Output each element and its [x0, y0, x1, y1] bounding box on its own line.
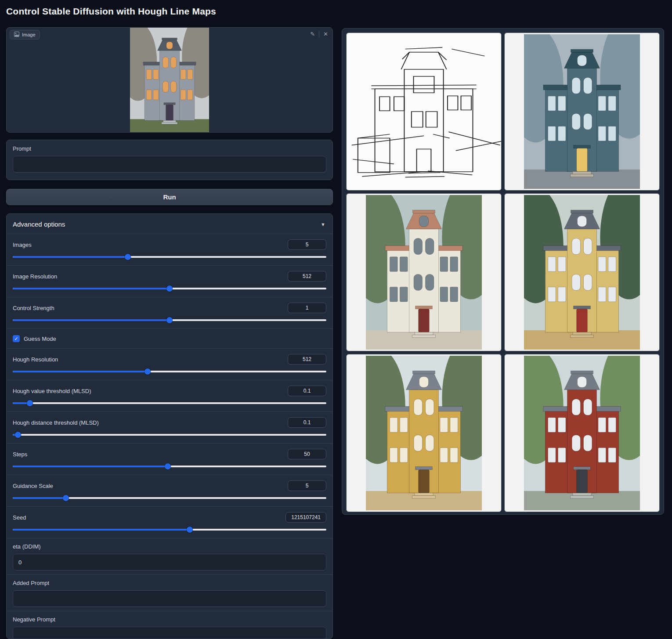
control-group: Control Strength 1	[7, 297, 332, 329]
gallery-item-5[interactable]	[346, 354, 502, 512]
input-image-panel: Image ✎ ✕	[6, 27, 333, 133]
control-group: Image Resolution 512	[7, 265, 332, 297]
guess-mode-row[interactable]: ✓ Guess Mode	[7, 329, 332, 348]
slider-fill	[13, 497, 66, 499]
image-tab[interactable]: Image	[10, 30, 40, 40]
slider[interactable]	[13, 284, 326, 293]
slider[interactable]	[13, 525, 326, 534]
slider-handle[interactable]	[145, 368, 151, 375]
slider-label: Images	[13, 242, 32, 248]
close-icon[interactable]: ✕	[322, 30, 329, 38]
control-group: Steps 50	[7, 443, 332, 475]
slider-value-input[interactable]: 1	[288, 303, 326, 313]
field-label: Negative Prompt	[13, 616, 326, 623]
slider-value-input[interactable]: 5	[288, 239, 326, 250]
control-group: Added Prompt	[7, 574, 332, 611]
slider-value-input[interactable]: 5	[288, 480, 326, 491]
advanced-controls: Images 5 Image Resolution 512 Control St…	[7, 234, 332, 639]
slider-label: Control Strength	[13, 305, 54, 311]
slider-handle[interactable]	[166, 285, 173, 292]
advanced-options-panel: Advanced options ▼ Images 5 Image Resolu…	[6, 213, 333, 639]
edit-icon[interactable]: ✎	[309, 30, 316, 38]
slider-label: Image Resolution	[13, 273, 57, 280]
gallery-item-1[interactable]	[346, 32, 502, 191]
slider-handle[interactable]	[63, 495, 69, 501]
slider-value-input[interactable]: 512	[288, 271, 326, 282]
slider-label: Guidance Scale	[13, 483, 53, 489]
gallery-item-4[interactable]	[504, 193, 660, 351]
slider-fill	[13, 371, 148, 372]
slider-handle[interactable]	[27, 400, 33, 406]
advanced-options-header[interactable]: Advanced options ▼	[7, 214, 332, 234]
prompt-panel: Prompt	[6, 140, 333, 180]
eta-ddim--input[interactable]: 0	[13, 554, 326, 570]
image-icon	[14, 32, 19, 38]
slider-label: Hough Resolution	[13, 356, 58, 363]
slider-fill	[13, 256, 128, 258]
input-image[interactable]	[130, 28, 209, 132]
gallery-grid	[346, 32, 660, 512]
slider-handle[interactable]	[125, 254, 131, 260]
image-tab-label: Image	[22, 32, 36, 37]
slider-track[interactable]	[13, 434, 326, 436]
advanced-options-label: Advanced options	[13, 220, 65, 228]
control-group: Images 5	[7, 234, 332, 265]
slider-label: Seed	[13, 514, 26, 521]
gallery-item-3[interactable]	[346, 193, 502, 351]
control-group: Seed 1215107241	[7, 506, 332, 538]
slider-value-input[interactable]: 512	[288, 354, 326, 365]
control-group: Negative Prompt	[7, 611, 332, 639]
control-group: eta (DDIM) 0	[7, 538, 332, 574]
control-group: Hough Resolution 512	[7, 348, 332, 380]
divider	[319, 31, 319, 37]
added-prompt-input[interactable]	[13, 590, 326, 607]
slider-handle[interactable]	[165, 463, 171, 469]
slider[interactable]	[13, 399, 326, 408]
slider-handle[interactable]	[166, 317, 173, 323]
negative-prompt-input[interactable]	[13, 627, 326, 639]
prompt-label: Prompt	[13, 145, 326, 152]
slider-value-input[interactable]: 0.1	[288, 386, 326, 396]
image-actions: ✎ ✕	[309, 30, 329, 38]
page-title: Control Stable Diffusion with Hough Line…	[6, 6, 216, 17]
slider-label: Hough value threshold (MLSD)	[13, 388, 91, 394]
slider-track[interactable]	[13, 402, 326, 404]
chevron-down-icon[interactable]: ▼	[321, 222, 325, 227]
slider[interactable]	[13, 430, 326, 439]
slider-value-input[interactable]: 1215107241	[285, 512, 326, 523]
slider-fill	[13, 288, 170, 289]
slider[interactable]	[13, 494, 326, 502]
slider-fill	[13, 319, 170, 321]
field-label: Added Prompt	[13, 580, 326, 586]
slider-handle[interactable]	[187, 527, 193, 533]
field-label: eta (DDIM)	[13, 543, 326, 550]
slider[interactable]	[13, 253, 326, 261]
slider-value-input[interactable]: 50	[288, 449, 326, 459]
slider-fill	[13, 466, 168, 467]
slider-fill	[13, 529, 190, 531]
control-group: Hough distance threshold (MLSD) 0.1	[7, 412, 332, 443]
gallery-item-2[interactable]	[504, 32, 660, 191]
run-button[interactable]: Run	[6, 189, 333, 205]
checkbox-label: Guess Mode	[24, 336, 56, 342]
slider-label: Hough distance threshold (MLSD)	[13, 419, 99, 426]
control-group: Guidance Scale 5	[7, 475, 332, 506]
slider-value-input[interactable]: 0.1	[288, 417, 326, 428]
control-group: Hough value threshold (MLSD) 0.1	[7, 380, 332, 412]
slider-handle[interactable]	[15, 432, 21, 438]
slider[interactable]	[13, 462, 326, 471]
gallery-item-6[interactable]	[504, 354, 660, 512]
slider-label: Steps	[13, 451, 27, 458]
prompt-input[interactable]	[13, 156, 326, 173]
slider[interactable]	[13, 367, 326, 376]
guess-mode-checkbox[interactable]: ✓	[13, 335, 20, 342]
slider[interactable]	[13, 316, 326, 325]
output-gallery	[342, 28, 664, 515]
